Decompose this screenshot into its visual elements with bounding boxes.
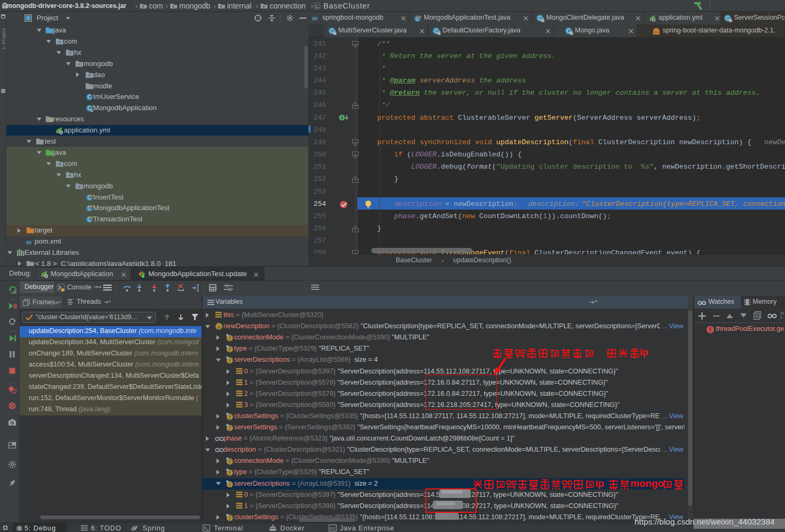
svg-text:9: 9 [13, 303, 17, 310]
svg-text:EE: EE [330, 526, 336, 531]
svg-text:<>: <> [654, 30, 658, 34]
svg-text:C: C [315, 4, 319, 9]
svg-text:C: C [87, 94, 91, 100]
svg-text:m: m [26, 238, 32, 245]
svg-text:m: m [312, 14, 318, 21]
svg-text:p: p [218, 324, 220, 330]
